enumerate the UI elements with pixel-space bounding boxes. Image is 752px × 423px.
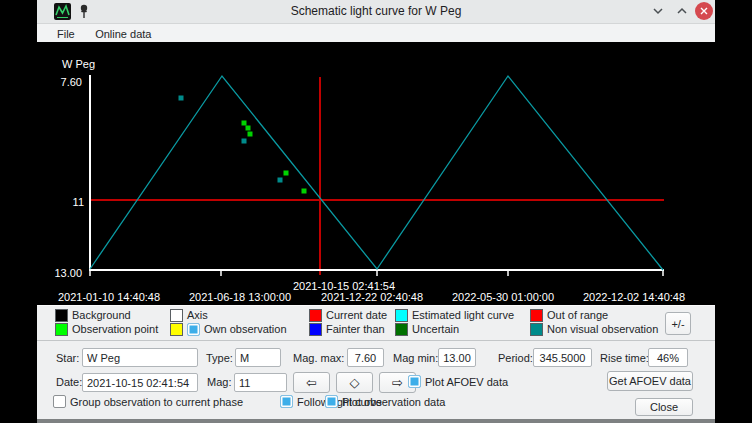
- previous-date-button[interactable]: ⇦: [293, 372, 330, 393]
- legend-swatch-background: [55, 309, 68, 322]
- legend-item-own-observation: Own observation: [170, 323, 287, 336]
- app-window: Schematic light curve for W Peg File Onl…: [37, 0, 715, 419]
- legend-label-uncertain: Uncertain: [412, 323, 459, 336]
- mag-min-label: Mag min:: [393, 352, 438, 365]
- group-observation-label: Group observation to current phase: [70, 396, 243, 409]
- x-axis-date-label: 2022-05-30 01:00:00: [452, 291, 554, 303]
- phase-button[interactable]: ◇: [336, 372, 373, 393]
- non-visual-observation-point: [179, 96, 184, 101]
- rise-time-label: Rise time:: [600, 352, 649, 365]
- non-visual-observation-point: [242, 139, 247, 144]
- y-axis-label: 11: [73, 196, 84, 208]
- legend-item-axis: Axis: [170, 309, 208, 322]
- legend-label-axis: Axis: [187, 309, 208, 322]
- x-axis-date-label: 2021-01-10 14:40:48: [58, 291, 160, 303]
- close-dialog-button[interactable]: Close: [635, 398, 693, 416]
- period-label: Period:: [498, 352, 533, 365]
- window-title: Schematic light curve for W Peg: [37, 4, 715, 18]
- own-observation-checkbox[interactable]: [187, 323, 200, 336]
- legend-panel: +/- BackgroundObservation pointAxisOwn o…: [37, 305, 715, 341]
- y-axis-label: 13.00: [54, 267, 82, 279]
- chevron-up-icon[interactable]: [676, 7, 688, 15]
- non-visual-observation-point: [278, 178, 283, 183]
- legend-item-estimated-light-curve: Estimated light curve: [395, 309, 514, 322]
- legend-more-button[interactable]: +/-: [665, 312, 691, 335]
- date-label: Date:: [56, 376, 82, 389]
- type-input[interactable]: [235, 348, 281, 367]
- legend-label-fainter-than: Fainter than: [326, 323, 385, 336]
- legend-swatch-own-observation: [170, 323, 183, 336]
- rise-time-input[interactable]: [648, 348, 688, 367]
- legend-swatch-axis: [170, 309, 183, 322]
- mag-min-input[interactable]: [438, 348, 476, 367]
- light-curve-canvas: W Peg7.601113.002021-10-15 02:41:542021-…: [37, 42, 715, 305]
- group-observation-checkbox[interactable]: [53, 395, 66, 408]
- light-curve-plot[interactable]: W Peg7.601113.002021-10-15 02:41:542021-…: [37, 42, 715, 305]
- legend-item-background: Background: [55, 309, 131, 322]
- menu-file[interactable]: File: [49, 26, 83, 42]
- legend-swatch-uncertain: [395, 323, 408, 336]
- legend-item-out-of-range: Out of range: [530, 309, 608, 322]
- legend-swatch-observation-point: [55, 323, 68, 336]
- legend-label-current-date: Current date: [326, 309, 387, 322]
- control-panel: Star: Type: Mag. max: Mag min: Period: R…: [37, 341, 715, 419]
- follow-light-curve-checkbox[interactable]: [280, 395, 293, 408]
- plot-observation-checkbox[interactable]: [325, 395, 338, 408]
- legend-swatch-current-date: [309, 309, 322, 322]
- x-axis-date-label: 2022-12-02 14:40:48: [583, 291, 685, 303]
- legend-label-background: Background: [72, 309, 131, 322]
- plot-background: [37, 42, 715, 305]
- legend-label-non-visual-observation: Non visual observation: [547, 323, 658, 336]
- legend-swatch-out-of-range: [530, 309, 543, 322]
- star-input[interactable]: [82, 348, 198, 367]
- menu-online-data[interactable]: Online data: [87, 26, 159, 42]
- legend-item-uncertain: Uncertain: [395, 323, 459, 336]
- plot-afoev-label: Plot AFOEV data: [425, 376, 508, 389]
- observation-point: [246, 126, 251, 131]
- legend-item-fainter-than: Fainter than: [309, 323, 385, 336]
- legend-label-observation-point: Observation point: [72, 323, 158, 336]
- legend-label-out-of-range: Out of range: [547, 309, 608, 322]
- legend-item-observation-point: Observation point: [55, 323, 158, 336]
- observation-point: [302, 189, 307, 194]
- date-input[interactable]: [82, 373, 198, 392]
- chevron-down-icon[interactable]: [652, 7, 664, 15]
- y-axis-label: 7.60: [61, 76, 82, 88]
- close-button[interactable]: [695, 2, 713, 20]
- legend-item-current-date: Current date: [309, 309, 387, 322]
- title-bar[interactable]: Schematic light curve for W Peg: [37, 0, 715, 24]
- legend-swatch-estimated-light-curve: [395, 309, 408, 322]
- get-afoev-data-button[interactable]: Get AFOEV data: [607, 371, 693, 391]
- menu-bar: File Online data: [37, 24, 715, 42]
- x-axis-date-label: 2021-12-22 02:40:48: [321, 291, 423, 303]
- legend-swatch-non-visual-observation: [530, 323, 543, 336]
- legend-item-non-visual-observation: Non visual observation: [530, 323, 658, 336]
- star-label: Star:: [56, 352, 79, 365]
- observation-point: [242, 121, 247, 126]
- x-axis-date-label: 2021-06-18 13:00:00: [189, 291, 291, 303]
- window-bottom-edge: [37, 419, 715, 423]
- plot-afoev-checkbox[interactable]: [408, 375, 421, 388]
- mag-input[interactable]: [234, 373, 287, 392]
- mag-max-input[interactable]: [347, 348, 384, 367]
- plot-observation-label: Plot observation data: [342, 396, 445, 409]
- close-icon: [700, 7, 708, 15]
- star-name-label: W Peg: [62, 58, 95, 70]
- legend-swatch-fainter-than: [309, 323, 322, 336]
- observation-point: [248, 132, 253, 137]
- mag-max-label: Mag. max:: [293, 352, 344, 365]
- mag-label: Mag:: [207, 376, 231, 389]
- period-input[interactable]: [533, 348, 592, 367]
- type-label: Type:: [206, 352, 233, 365]
- legend-label-estimated-light-curve: Estimated light curve: [412, 309, 514, 322]
- legend-label-own-observation: Own observation: [204, 323, 287, 336]
- observation-point: [284, 171, 289, 176]
